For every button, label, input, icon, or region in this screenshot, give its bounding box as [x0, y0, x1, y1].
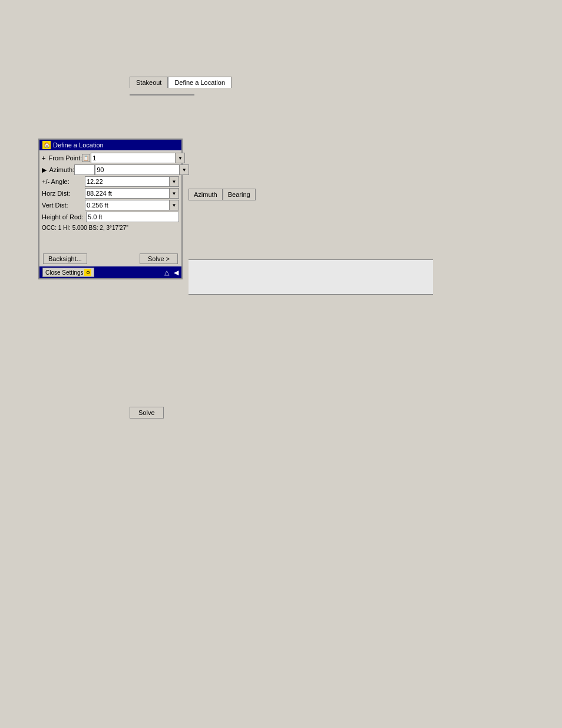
- angle-label: +/- Angle:: [42, 178, 85, 185]
- footer-triangle-icon: △: [164, 269, 169, 276]
- azimuth-row: ▶ Azimuth: ▼: [42, 164, 179, 175]
- height-rod-input[interactable]: [86, 212, 179, 222]
- dialog-body: + From Point: 📋 ▼ ▶ Azimuth: ▼: [39, 150, 181, 266]
- angle-dropdown[interactable]: ▼: [170, 176, 179, 187]
- azimuth-label: ▶ Azimuth:: [42, 166, 74, 174]
- horz-dist-label: Horz Dist:: [42, 190, 85, 197]
- az-bearing-wrap: Azimuth Bearing: [189, 189, 256, 200]
- stakeout-tab[interactable]: Stakeout: [130, 77, 168, 88]
- backsight-button[interactable]: Backsight...: [43, 253, 87, 264]
- status-row: OCC: 1 HI: 5.000 BS: 2, 3°17'27": [42, 225, 179, 231]
- from-point-input[interactable]: [91, 153, 176, 163]
- vert-dist-row: Vert Dist: ▼: [42, 200, 179, 210]
- azimuth-label-text: Azimuth:: [49, 166, 74, 173]
- angle-input[interactable]: [85, 176, 170, 187]
- from-point-dropdown[interactable]: ▼: [176, 153, 185, 163]
- solve-standalone-button[interactable]: Solve: [130, 407, 164, 419]
- page-container: Stakeout Define a Location 🏠 Define a Lo…: [0, 0, 562, 728]
- from-point-icon: 📋: [82, 154, 90, 162]
- dialog-title-text: Define a Location: [53, 141, 104, 149]
- from-point-label-text: From Point:: [49, 154, 82, 162]
- azimuth-prefix-input[interactable]: [74, 164, 95, 175]
- close-settings-label: Close Settings: [45, 269, 83, 276]
- height-rod-label: Height of Rod:: [42, 213, 86, 220]
- from-point-input-wrap: 📋 ▼: [82, 153, 185, 163]
- settings-icon: ⚙: [84, 269, 91, 276]
- bearing-toggle-button[interactable]: Bearing: [223, 189, 256, 200]
- dialog-title-icon: 🏠: [42, 141, 51, 149]
- horz-dist-label-text: Horz Dist:: [42, 190, 70, 197]
- footer-arrow: ◀: [174, 269, 178, 276]
- from-point-label: + From Point:: [42, 154, 82, 162]
- spacer: [42, 233, 179, 251]
- define-location-dialog: 🏠 Define a Location + From Point: 📋 ▼: [38, 139, 183, 279]
- azimuth-dropdown[interactable]: ▼: [180, 164, 189, 175]
- top-tabs: Stakeout Define a Location: [130, 77, 232, 88]
- horz-dist-input[interactable]: [85, 188, 170, 199]
- dialog-solve-button[interactable]: Solve >: [140, 253, 178, 264]
- plus-icon: +: [42, 154, 45, 162]
- vert-dist-input-wrap: ▼: [85, 200, 179, 210]
- angle-label-text: +/- Angle:: [42, 178, 70, 185]
- from-point-row: + From Point: 📋 ▼: [42, 153, 179, 163]
- height-rod-input-wrap: [86, 212, 179, 222]
- tab-underline: [130, 94, 194, 95]
- dialog-titlebar: 🏠 Define a Location: [39, 140, 181, 150]
- close-settings-button[interactable]: Close Settings ⚙: [42, 268, 94, 277]
- azimuth-input[interactable]: [95, 164, 180, 175]
- horz-dist-input-wrap: ▼: [85, 188, 179, 199]
- azimuth-input-wrap: ▼: [74, 164, 189, 175]
- horz-dist-row: Horz Dist: ▼: [42, 188, 179, 199]
- dialog-footer: Close Settings ⚙ △ ◀: [39, 266, 181, 278]
- azimuth-toggle-button[interactable]: Azimuth: [189, 189, 223, 200]
- height-rod-label-text: Height of Rod:: [42, 213, 83, 220]
- vert-dist-input[interactable]: [85, 200, 170, 210]
- right-info-panel: [189, 259, 433, 295]
- solve-standalone-wrap: Solve: [130, 407, 164, 419]
- azimuth-arrow-icon: ▶: [42, 166, 47, 173]
- vert-dist-label-text: Vert Dist:: [42, 202, 68, 209]
- height-rod-row: Height of Rod:: [42, 212, 179, 222]
- bottom-btn-row: Backsight... Solve >: [42, 253, 179, 264]
- define-location-tab[interactable]: Define a Location: [168, 77, 232, 88]
- horz-dist-dropdown[interactable]: ▼: [170, 188, 179, 199]
- status-text: OCC: 1 HI: 5.000 BS: 2, 3°17'27": [42, 225, 128, 231]
- vert-dist-label: Vert Dist:: [42, 202, 85, 209]
- vert-dist-dropdown[interactable]: ▼: [170, 200, 179, 210]
- angle-input-wrap: ▼: [85, 176, 179, 187]
- angle-row: +/- Angle: ▼: [42, 176, 179, 187]
